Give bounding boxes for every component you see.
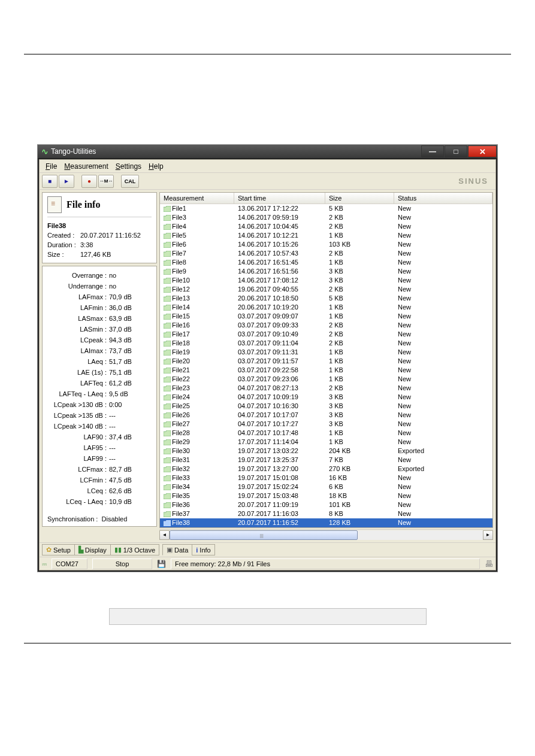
printer-icon[interactable]: 🖶 bbox=[485, 559, 493, 569]
metric-row: LAFmax :70,9 dB bbox=[47, 292, 152, 302]
table-row[interactable]: File3720.07.2017 11:16:038 KBNew bbox=[160, 509, 492, 518]
scroll-right-icon[interactable]: ► bbox=[483, 530, 493, 540]
metric-row: LCpeak >130 dB :0:00 bbox=[47, 399, 152, 410]
tab-display[interactable]: ▙Display bbox=[74, 544, 111, 555]
table-row[interactable]: File3319.07.2017 15:01:0816 KBNew bbox=[160, 473, 492, 482]
cell-starttime: 19.07.2017 15:02:24 bbox=[234, 482, 325, 491]
table-row[interactable]: File3620.07.2017 11:09:19101 KBNew bbox=[160, 500, 492, 509]
cell-starttime: 20.06.2017 10:19:20 bbox=[234, 303, 325, 312]
table-row[interactable]: File614.06.2017 10:15:26103 KBNew bbox=[160, 240, 492, 249]
table-row[interactable]: File1014.06.2017 17:08:123 KBNew bbox=[160, 276, 492, 285]
cell-measurement: File35 bbox=[160, 491, 234, 500]
table-row[interactable]: File2404.07.2017 10:09:193 KBNew bbox=[160, 393, 492, 402]
cell-status: New bbox=[394, 267, 492, 276]
horizontal-scrollbar[interactable]: ◄ ||| ► bbox=[159, 529, 493, 540]
cell-measurement: File22 bbox=[160, 375, 234, 384]
metric-value: 37,0 dB bbox=[109, 324, 152, 335]
table-row[interactable]: File514.06.2017 10:12:211 KBNew bbox=[160, 231, 492, 240]
minimize-button[interactable]: ― bbox=[421, 145, 444, 157]
table-row[interactable]: File1320.06.2017 10:18:505 KBNew bbox=[160, 294, 492, 303]
table-row[interactable]: File414.06.2017 10:04:452 KBNew bbox=[160, 222, 492, 231]
metric-row: LASmin :37,0 dB bbox=[47, 324, 152, 335]
cell-measurement: File8 bbox=[160, 258, 234, 267]
table-row[interactable]: File2203.07.2017 09:23:061 KBNew bbox=[160, 375, 492, 384]
tab-setup[interactable]: ✿Setup bbox=[42, 544, 75, 555]
play-button[interactable]: ► bbox=[59, 175, 74, 188]
tab-info[interactable]: iInfo bbox=[192, 544, 214, 555]
m-button[interactable]: ↔M↔ bbox=[98, 175, 114, 188]
table-row[interactable]: File1803.07.2017 09:11:042 KBNew bbox=[160, 339, 492, 348]
metric-label: LAFmax : bbox=[47, 292, 109, 302]
cell-status: New bbox=[394, 276, 492, 285]
menu-measurement[interactable]: Measurement bbox=[61, 161, 111, 172]
cell-status: New bbox=[394, 411, 492, 420]
table-row[interactable]: File1503.07.2017 09:09:071 KBNew bbox=[160, 312, 492, 321]
maximize-button[interactable]: □ bbox=[445, 145, 467, 157]
cell-status: New bbox=[394, 231, 492, 240]
menu-help[interactable]: Help bbox=[145, 161, 167, 172]
table-row[interactable]: File3519.07.2017 15:03:4818 KBNew bbox=[160, 491, 492, 500]
file-name: File38 bbox=[47, 221, 80, 230]
table-row[interactable]: File3019.07.2017 13:03:22204 KBExported bbox=[160, 447, 492, 456]
table-row[interactable]: File3419.07.2017 15:02:246 KBNew bbox=[160, 482, 492, 491]
record-button[interactable]: ● bbox=[81, 175, 97, 188]
menu-file[interactable]: File bbox=[42, 161, 61, 172]
col-starttime[interactable]: Start time bbox=[234, 193, 325, 204]
table-row[interactable]: File2804.07.2017 10:17:481 KBNew bbox=[160, 429, 492, 438]
table-row[interactable]: File2704.07.2017 10:17:273 KBNew bbox=[160, 420, 492, 429]
titlebar[interactable]: ∿ Tango-Utilities ― □ ✕ bbox=[38, 145, 497, 158]
cell-size: 8 KB bbox=[325, 509, 394, 518]
metric-row: LAF95 :--- bbox=[47, 442, 152, 453]
metric-row: LAE (1s) :75,1 dB bbox=[47, 367, 152, 378]
table-row[interactable]: File1219.06.2017 09:40:552 KBNew bbox=[160, 285, 492, 294]
table-row[interactable]: File1703.07.2017 09:10:492 KBNew bbox=[160, 330, 492, 339]
cell-size: 1 KB bbox=[325, 303, 394, 312]
cell-starttime: 14.06.2017 16:51:45 bbox=[234, 258, 325, 267]
table-row[interactable]: File2504.07.2017 10:16:303 KBNew bbox=[160, 402, 492, 411]
cal-button[interactable]: CAL bbox=[121, 175, 139, 188]
stop-button[interactable]: ■ bbox=[42, 175, 58, 188]
cell-status: New bbox=[394, 339, 492, 348]
table-row[interactable]: File714.06.2017 10:57:432 KBNew bbox=[160, 249, 492, 258]
metric-label: LAImax : bbox=[47, 345, 109, 356]
table-row[interactable]: File3119.07.2017 13:25:377 KBNew bbox=[160, 456, 492, 464]
col-measurement[interactable]: Measurement bbox=[160, 193, 234, 204]
cell-measurement: File33 bbox=[160, 473, 234, 482]
table-row[interactable]: File1420.06.2017 10:19:201 KBNew bbox=[160, 303, 492, 312]
cell-status: New bbox=[394, 509, 492, 518]
table-row[interactable]: File2304.07.2017 08:27:132 KBNew bbox=[160, 384, 492, 393]
tab-octave[interactable]: ▮▮1/3 Octave bbox=[110, 544, 159, 555]
menu-settings[interactable]: Settings bbox=[112, 161, 145, 172]
cell-status: New bbox=[394, 375, 492, 384]
cell-size: 7 KB bbox=[325, 456, 394, 464]
table-row[interactable]: File814.06.2017 16:51:451 KBNew bbox=[160, 258, 492, 267]
metric-row: LAF99 :--- bbox=[47, 453, 152, 464]
scroll-left-icon[interactable]: ◄ bbox=[159, 530, 170, 540]
tab-data[interactable]: ▣Data bbox=[162, 544, 192, 555]
col-size[interactable]: Size bbox=[325, 193, 394, 204]
cell-size: 1 KB bbox=[325, 366, 394, 375]
sync-label: Synchronisation : bbox=[47, 515, 98, 523]
metric-row: LCeq - LAeq :10,9 dB bbox=[47, 496, 152, 507]
table-row[interactable]: File3219.07.2017 13:27:00270 KBExported bbox=[160, 464, 492, 473]
cell-size: 3 KB bbox=[325, 393, 394, 402]
cell-status: New bbox=[394, 420, 492, 429]
col-status[interactable]: Status bbox=[394, 193, 492, 204]
cell-starttime: 20.07.2017 11:09:19 bbox=[234, 500, 325, 509]
cell-size: 1 KB bbox=[325, 312, 394, 321]
table-row[interactable]: File3820.07.2017 11:16:52128 KBNew bbox=[160, 518, 492, 527]
cell-status: Exported bbox=[394, 447, 492, 456]
table-row[interactable]: File2103.07.2017 09:22:581 KBNew bbox=[160, 366, 492, 375]
metric-row: Underrange :no bbox=[47, 281, 152, 292]
table-row[interactable]: File1603.07.2017 09:09:332 KBNew bbox=[160, 321, 492, 330]
table-row[interactable]: File113.06.2017 17:12:225 KBNew bbox=[160, 204, 492, 213]
close-button[interactable]: ✕ bbox=[468, 145, 497, 157]
table-row[interactable]: File2003.07.2017 09:11:571 KBNew bbox=[160, 357, 492, 366]
table-row[interactable]: File914.06.2017 16:51:563 KBNew bbox=[160, 267, 492, 276]
table-row[interactable]: File2604.07.2017 10:17:073 KBNew bbox=[160, 411, 492, 420]
table-row[interactable]: File314.06.2017 09:59:192 KBNew bbox=[160, 213, 492, 222]
table-row[interactable]: File1903.07.2017 09:11:311 KBNew bbox=[160, 348, 492, 357]
cell-status: New bbox=[394, 393, 492, 402]
table-row[interactable]: File2917.07.2017 11:14:041 KBNew bbox=[160, 438, 492, 447]
cell-starttime: 20.06.2017 10:18:50 bbox=[234, 294, 325, 303]
